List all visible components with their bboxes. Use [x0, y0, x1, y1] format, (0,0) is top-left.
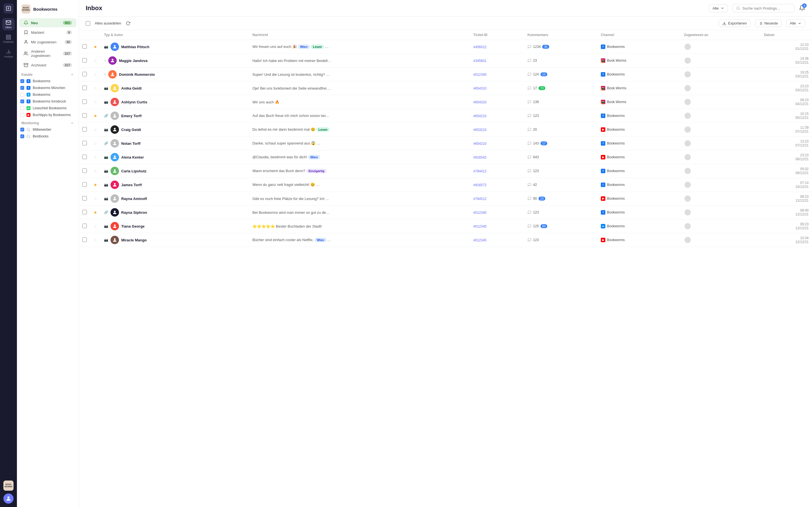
table-row[interactable]: ☆ ≡ Maggie Jandova Hallo! Ich habe ein P… — [79, 54, 812, 68]
row-checkbox[interactable] — [82, 210, 87, 214]
filter-dropdown[interactable]: Alle — [709, 4, 728, 12]
table-row[interactable]: ☆ ≡ Dominik Rummersto Super! Und die Les… — [79, 68, 812, 81]
row-star-cell: ★ — [90, 206, 101, 219]
date-cell: 23:2303/12/21 — [761, 81, 812, 95]
svg-line-18 — [739, 9, 740, 10]
table-row[interactable]: ☆ 📷 Craig Geidt Du leihst es mir dann be… — [79, 123, 812, 136]
nav-publisher[interactable]: Publisher — [2, 33, 15, 45]
table-row[interactable]: ★ 🔗 Rayna Siphron Bei Bookworms wird man… — [79, 206, 812, 219]
channel-check[interactable] — [20, 79, 24, 83]
row-checkbox[interactable] — [82, 100, 87, 104]
channel-check[interactable] — [20, 134, 24, 138]
select-all-checkbox[interactable] — [86, 21, 90, 25]
channel-lesezirkel[interactable]: w Lesezirkel Bookworms — [17, 105, 79, 112]
assigned-cell — [680, 68, 761, 81]
row-checkbox[interactable] — [82, 168, 87, 173]
assigned-cell — [680, 178, 761, 192]
star-button[interactable]: ★ — [94, 182, 97, 187]
table-row[interactable]: ☆ 📷 Miracle Mango Bücher sind einfach co… — [79, 233, 812, 247]
channel-icon: m — [601, 224, 605, 228]
star-button[interactable]: ☆ — [94, 224, 97, 228]
channel-bookworms-fb[interactable]: f Bookworms — [17, 78, 79, 84]
nav-inbox[interactable]: Inbox — [2, 18, 15, 31]
channel-check[interactable] — [20, 86, 24, 90]
table-row[interactable]: ☆ 📷 Carla Lipshutz Wann erscheint das Bu… — [79, 164, 812, 178]
table-row[interactable]: ★ 📷 James Torff Wenn du ganz nett fragst… — [79, 178, 812, 192]
table-row[interactable]: ☆ 📷 Tiana George ⭐⭐⭐⭐⭐ Bester Buchladen … — [79, 219, 812, 233]
assigned-cell — [680, 109, 761, 123]
star-button[interactable]: ☆ — [94, 72, 97, 76]
refresh-icon[interactable] — [126, 21, 130, 25]
sidebar-item-mir-zugewiesen[interactable]: Mir zugewiesen 32 — [19, 38, 77, 47]
table-row[interactable]: ☆ 📷 Alena Kenter @Claudia, bestimmt was … — [79, 151, 812, 164]
assigned-cell — [680, 233, 761, 247]
row-checkbox[interactable] — [82, 72, 87, 76]
comment-icon — [527, 100, 531, 104]
channel-check[interactable] — [20, 106, 24, 110]
notification-button[interactable]: 3 — [799, 5, 805, 12]
star-button[interactable]: ☆ — [94, 100, 97, 104]
filter-select[interactable]: Alle — [786, 19, 805, 27]
sidebar-item-markiert[interactable]: Markiert 6 — [19, 28, 77, 37]
ticket-id: #916572 — [473, 183, 487, 187]
user-avatar[interactable] — [3, 494, 13, 504]
comment-unread-badge: 23 — [539, 196, 545, 201]
sidebar-item-archiviert[interactable]: Archiviert 217 — [19, 61, 77, 69]
channel-bookworms-muenchen[interactable]: f Bookworms München — [17, 84, 79, 91]
table-row[interactable]: ★ 📷 Matthias Pötsch Wir freuen uns auf e… — [79, 40, 812, 54]
author-name: Rayna Aminoff — [121, 196, 147, 201]
row-checkbox[interactable] — [82, 182, 87, 187]
export-button[interactable]: Exportieren — [719, 19, 750, 27]
comment-icon — [527, 196, 531, 201]
row-checkbox[interactable] — [82, 58, 87, 62]
row-checkbox[interactable] — [82, 237, 87, 242]
row-checkbox[interactable] — [82, 155, 87, 159]
table-row[interactable]: ☆ 📷 Rayna Aminoff Gibt es noch freie Plä… — [79, 192, 812, 206]
channel-bookworms-tw[interactable]: t Bookworms — [17, 91, 79, 98]
search-input[interactable] — [742, 6, 791, 10]
sidebar-item-anderen-zugewiesen[interactable]: Anderen zugewiesen 217 — [19, 47, 77, 60]
star-button[interactable]: ☆ — [94, 155, 97, 159]
ticket-id: #654210 — [473, 142, 487, 146]
monitoring-bestbooks[interactable]: Bestbooks — [17, 133, 79, 140]
star-button[interactable]: ☆ — [94, 86, 97, 91]
star-button[interactable]: ☆ — [94, 196, 97, 201]
table-row[interactable]: ☆ 🔗 Nolan Torff Danke, schaut super span… — [79, 136, 812, 151]
row-checkbox-cell — [79, 68, 90, 81]
row-checkbox[interactable] — [82, 44, 87, 49]
star-button[interactable]: ★ — [94, 114, 97, 118]
kanaele-section-header[interactable]: Kanäle — [17, 70, 79, 78]
channel-check[interactable] — [20, 128, 24, 131]
channel-name: Bookworms — [607, 45, 625, 49]
channel-check[interactable] — [20, 93, 24, 97]
table-row[interactable]: ☆ 📷 Ashlynn Curtis Wir uns auch 🔥 #65431… — [79, 95, 812, 109]
channel-check[interactable] — [20, 113, 24, 117]
nav-analyse[interactable]: Analyse — [2, 47, 15, 60]
newest-button[interactable]: Neueste — [755, 19, 781, 27]
monitoring-mitbewerber[interactable]: Mitbewerber — [17, 126, 79, 133]
monitoring-section-header[interactable]: Monitoring — [17, 118, 79, 126]
star-button[interactable]: ☆ — [94, 127, 97, 132]
star-button[interactable]: ★ — [94, 45, 97, 49]
type-icon: 📷 — [104, 196, 108, 201]
star-button[interactable]: ☆ — [94, 238, 97, 242]
channel-bookworms-innsbruck[interactable]: f Bookworms Innsbruck — [17, 98, 79, 105]
message-text: Hallo! Ich habe ein Problem mit meiner B… — [252, 59, 331, 63]
channel-check[interactable] — [20, 100, 24, 103]
row-checkbox[interactable] — [82, 196, 87, 201]
row-checkbox[interactable] — [82, 224, 87, 228]
table-row[interactable]: ★ 🔗 Emery Torff Auf das Buch freue ich m… — [79, 109, 812, 123]
star-button[interactable]: ★ — [94, 210, 97, 215]
star-button[interactable]: ☆ — [94, 58, 97, 63]
sidebar-item-neu[interactable]: Neu 401 — [19, 18, 77, 27]
row-checkbox[interactable] — [82, 113, 87, 118]
star-button[interactable]: ☆ — [94, 169, 97, 173]
channel-buchtipps[interactable]: ▶ Buchtipps by Bookworms — [17, 112, 79, 118]
select-all-label[interactable]: Alles auswählen — [95, 21, 121, 25]
star-button[interactable]: ☆ — [94, 141, 97, 146]
table-row[interactable]: ☆ 📷 Anika Geidt Oje! Bei uns funktionier… — [79, 81, 812, 95]
message-text: Wir uns auch 🔥 — [252, 100, 279, 104]
row-checkbox[interactable] — [82, 141, 87, 145]
row-checkbox[interactable] — [82, 127, 87, 131]
row-checkbox[interactable] — [82, 86, 87, 90]
